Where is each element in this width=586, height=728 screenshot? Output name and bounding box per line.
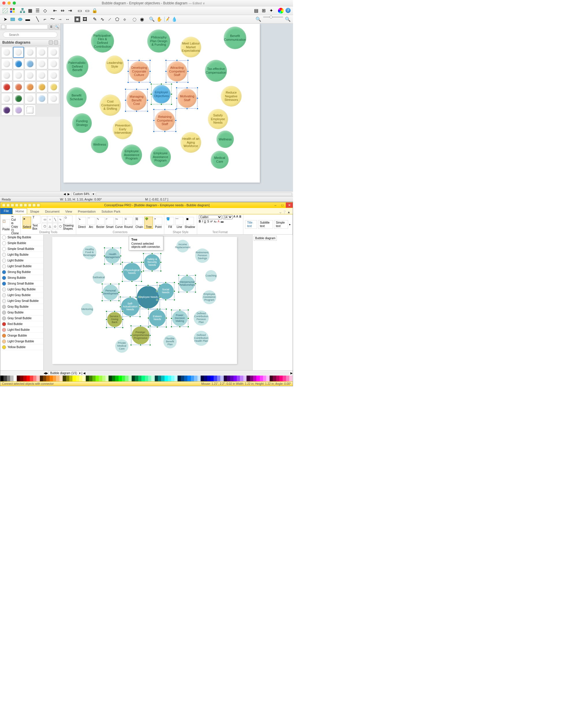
canvas2[interactable]: Employee NeedsPhysiological NeedsSafety … (44, 234, 252, 370)
darrow-icon[interactable]: ↔ (65, 17, 71, 22)
color-chip[interactable] (260, 376, 263, 381)
bubble[interactable]: Income Replacement (177, 240, 189, 252)
bubble[interactable]: Health Management (105, 248, 120, 263)
arc-button[interactable]: ⌒Arc (87, 217, 95, 228)
palette-shape[interactable] (13, 105, 24, 116)
color-chip[interactable] (50, 376, 53, 381)
tab-solution[interactable]: Solution Park (99, 209, 123, 214)
bubble[interactable]: Philosophy Plan Design & Funding (147, 29, 170, 53)
color-chip[interactable] (253, 376, 256, 381)
color-chip[interactable] (234, 376, 237, 381)
color-chip[interactable] (115, 376, 118, 381)
bubble[interactable]: Employee Assistance Program (121, 145, 142, 165)
color-chip[interactable] (79, 376, 82, 381)
library-item[interactable]: Light Gray Small Bubble (0, 298, 43, 304)
palette-shape[interactable] (1, 105, 12, 116)
palette-shape[interactable] (48, 81, 59, 93)
bubble[interactable]: Healthy Food & Beverages (83, 246, 97, 259)
sidebar-input[interactable] (6, 25, 48, 29)
library-header[interactable]: Bubble diagrams (0, 39, 60, 46)
subtitle-text-button[interactable]: Subtitle text (258, 220, 273, 229)
bubble[interactable]: Esteem Needs (149, 310, 166, 326)
rect-icon[interactable] (10, 17, 16, 22)
color-chip[interactable] (187, 376, 190, 381)
library-item[interactable]: Simple Small Bubble (0, 246, 43, 252)
color-chip[interactable] (141, 376, 144, 381)
line-icon[interactable]: ╲ (35, 17, 41, 22)
page-prev-icon[interactable]: ◀ (63, 193, 66, 196)
zoom-label[interactable]: Custom 64% (72, 192, 91, 196)
text-icon[interactable]: ▬ (25, 17, 31, 22)
bubble[interactable]: Sabbatical (93, 272, 105, 284)
cut-button[interactable]: ✂ Cut (11, 215, 19, 221)
color-chip[interactable] (46, 376, 49, 381)
bubble[interactable]: Coaching (205, 270, 217, 282)
color-chip[interactable] (217, 376, 220, 381)
tree-button[interactable]: 🌳Tree (144, 217, 153, 229)
curve-icon[interactable]: 〜 (50, 17, 55, 22)
palette-shape[interactable] (25, 70, 36, 81)
tab-shape[interactable]: Shape (27, 209, 42, 214)
color-chip[interactable] (14, 376, 17, 381)
pointer-icon[interactable]: ➤ (2, 17, 8, 22)
library-item[interactable]: Light Gray Big Bubble (0, 286, 43, 292)
bubble[interactable]: Safety & Security Needs (144, 254, 160, 270)
color-chip[interactable] (263, 376, 266, 381)
bubble[interactable]: Attracting Competent Staff (167, 61, 187, 81)
color-chip[interactable] (3, 376, 7, 381)
color-chip[interactable] (194, 376, 197, 381)
library-item[interactable]: Yellow Bubble (0, 344, 43, 350)
size-select[interactable]: 14 (223, 215, 233, 219)
bezier-button[interactable]: ∿Bezier (97, 217, 105, 228)
color-chip[interactable] (40, 376, 43, 381)
textbox-button[interactable]: TText Box (32, 216, 41, 230)
color-chip[interactable] (20, 376, 23, 381)
palette-shape[interactable] (25, 93, 36, 104)
color-chip[interactable] (256, 376, 260, 381)
palette-shape[interactable] (36, 58, 48, 69)
bubble[interactable]: Self-Actualization Needs (121, 298, 139, 316)
color-chip[interactable] (135, 376, 138, 381)
align-center-icon[interactable]: ⇔ (59, 8, 65, 14)
library-item[interactable]: Orange Bubble (0, 333, 43, 338)
qat-icon[interactable] (11, 203, 14, 207)
color-chip[interactable] (283, 376, 286, 381)
bubble[interactable]: Benefit Communication (224, 27, 246, 49)
library-item[interactable]: Strong Big Bubble (0, 269, 43, 275)
library-item[interactable]: Simple Big Bubble (0, 234, 43, 240)
palette-shape[interactable] (13, 58, 24, 69)
copy-button[interactable]: ⧉ Copy (11, 222, 19, 228)
paste-button[interactable]: 📋Paste (2, 219, 10, 231)
color-chip[interactable] (181, 376, 184, 381)
color-chip[interactable] (250, 376, 253, 381)
bubble[interactable]: Prestige: Comprehensive Progressive (132, 326, 150, 344)
poly-icon[interactable]: ⬠ (114, 17, 120, 22)
color-chip[interactable] (105, 376, 109, 381)
bubble[interactable]: Health of an Aging Workforce (180, 132, 201, 153)
node-icon[interactable]: ◉ (139, 17, 145, 22)
spline-icon[interactable]: ⟋ (107, 17, 113, 22)
right-tab[interactable]: Bubble diagram (254, 236, 277, 241)
bubble[interactable]: Employee Assistance Program (202, 290, 216, 304)
color-chip[interactable] (273, 376, 276, 381)
bubble[interactable]: Service / Giving Back (107, 312, 122, 327)
close-icon[interactable] (2, 1, 5, 5)
sheet-tab[interactable]: Bubble diagram (1/1) (48, 371, 79, 375)
color-chip[interactable] (289, 376, 292, 381)
hatch-icon[interactable] (2, 8, 8, 14)
tab-document[interactable]: Document (42, 209, 62, 214)
path-icon[interactable]: ⟐ (122, 17, 128, 22)
color-chip[interactable] (175, 376, 178, 381)
org-icon[interactable]: ☰ (35, 8, 41, 14)
color-chip[interactable] (23, 376, 27, 381)
bubble[interactable]: Wellness (216, 131, 234, 148)
zoom-icon[interactable] (13, 1, 16, 5)
color-chip[interactable] (191, 376, 194, 381)
color-chip[interactable] (7, 376, 10, 381)
color-chip[interactable] (53, 376, 56, 381)
bubble[interactable]: Employee Assistance Program (150, 147, 171, 167)
lib-detach-icon[interactable] (49, 41, 53, 45)
color-chip[interactable] (230, 376, 233, 381)
bubble[interactable]: Mentoring (81, 303, 93, 316)
qat-icon[interactable] (15, 203, 19, 207)
